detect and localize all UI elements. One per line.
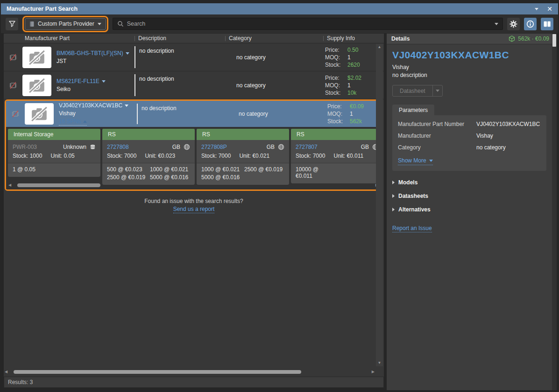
table-row[interactable]: MS621FE-FL11E Seiko no description no ca…: [4, 71, 384, 99]
results-horizontal-scrollbar[interactable]: ◀ ▶: [5, 369, 375, 375]
search-input[interactable]: [127, 21, 491, 27]
tab-parameters[interactable]: Parameters: [392, 105, 434, 115]
panels-toggle-button[interactable]: [541, 18, 553, 30]
results-scrollbar-thumb[interactable]: [14, 370, 301, 374]
selected-result-highlight-box: VJ0402Y103KXACW1BC Vishay 16 SPNs no des…: [5, 99, 383, 191]
scroll-up-icon[interactable]: ▲: [378, 45, 382, 49]
search-history-caret-icon[interactable]: [495, 23, 498, 25]
section-label: Models: [398, 179, 417, 186]
table-row[interactable]: BM06B-GHS-TBT(LF)(SN) JST no description…: [4, 43, 384, 71]
details-scrollbar-thumb[interactable]: [552, 34, 556, 47]
info-toggle-button[interactable]: [524, 18, 537, 30]
search-field: [113, 18, 503, 30]
category-cell: no category: [227, 101, 325, 127]
table-row[interactable]: VJ0402Y103KXACW1BC Vishay 16 SPNs no des…: [6, 101, 382, 127]
manufacturer-part-cell: VJ0402Y103KXACW1BC Vishay 16 SPNs: [25, 101, 137, 127]
supply-info-cell: Price: €0.09 MOQ: 1 Stock: 562k: [325, 101, 382, 127]
price-value: $2.02: [347, 75, 361, 81]
region-label: Unknown: [63, 144, 86, 150]
panel-menu-caret-icon[interactable]: [535, 8, 538, 10]
region-label: GB: [361, 144, 369, 150]
spn-card[interactable]: Internal Storage PWR-003 Unknown Stock: …: [8, 129, 100, 177]
supplier-name: RS: [102, 129, 195, 140]
search-feedback: Found an issue with the search results? …: [4, 197, 384, 213]
part-number-link[interactable]: MS621FE-FL11E: [57, 78, 106, 84]
results-region: Manufacturer Part Description Category S…: [4, 34, 384, 388]
moq-value: 1: [350, 111, 364, 117]
datasheet-caret-icon[interactable]: [432, 85, 442, 96]
datasheet-button[interactable]: Datasheet: [392, 85, 443, 97]
supplier-part-number-link[interactable]: 2727808: [107, 144, 129, 150]
section-label: Alternatives: [398, 206, 431, 213]
parts-provider-dropdown[interactable]: Custom Parts Provider: [25, 18, 106, 30]
spn-scrollbar-thumb[interactable]: [17, 183, 100, 187]
price-break: 5000 @ €0.016: [201, 174, 241, 181]
send-report-link[interactable]: Send us a report: [173, 206, 215, 213]
price-break: 1000 @ €0.021: [150, 166, 190, 173]
price-break: 2500 @ €0.019: [244, 166, 284, 173]
parameter-value: no category: [476, 144, 541, 151]
globe-icon: [184, 144, 190, 150]
section-models[interactable]: Models: [392, 179, 546, 186]
part-number-link[interactable]: VJ0402Y103KXACW1BC: [59, 102, 128, 109]
spn-cards-scrollbar[interactable]: ◀ ▶: [8, 182, 378, 188]
settings-button[interactable]: [507, 18, 520, 30]
price-label: Price:: [325, 75, 344, 81]
part-caret-icon: [125, 105, 128, 107]
part-number-link[interactable]: BM06B-GHS-TBT(LF)(SN): [57, 50, 129, 56]
close-icon[interactable]: ✕: [547, 6, 552, 12]
part-caret-icon: [126, 52, 129, 55]
price-label: Price:: [325, 47, 344, 53]
spn-card[interactable]: RS 2727807 GB Stock: 7000 Unit: €0.011 1…: [291, 129, 382, 183]
supplier-part-number-link[interactable]: 2727807: [296, 144, 318, 150]
stock-value: 10k: [347, 90, 361, 96]
section-datasheets[interactable]: Datasheets: [392, 193, 546, 199]
part-image-placeholder: [22, 75, 51, 96]
column-header-manufacturer-part[interactable]: Manufacturer Part: [22, 34, 134, 43]
column-header-category[interactable]: Category: [225, 34, 323, 43]
column-header-icon: [4, 34, 22, 43]
spn-card[interactable]: RS 2727808P GB Stock: 7000 Unit: €0.021 …: [197, 129, 289, 185]
results-rows: BM06B-GHS-TBT(LF)(SN) JST no description…: [4, 43, 384, 99]
section-alternatives[interactable]: Alternatives: [392, 206, 546, 213]
results-vertical-scrollbar[interactable]: ▲ ▼: [376, 44, 383, 366]
spns-toggle-link[interactable]: 16 SPNs: [59, 118, 87, 126]
datasheet-button-label: Datasheet: [393, 88, 432, 94]
column-header-supply-info[interactable]: Supply Info: [323, 34, 384, 43]
panel-title: Manufacturer Part Search: [7, 6, 78, 12]
details-manufacturer: Vishay: [392, 64, 546, 70]
supplier-part-number-link[interactable]: 2727808P: [201, 144, 227, 150]
price-break: 1 @ 0.05: [13, 166, 53, 173]
part-image-placeholder: [25, 103, 54, 125]
report-an-issue-link[interactable]: Report an Issue: [392, 225, 432, 232]
region-label: GB: [172, 144, 180, 150]
no-photo-camera-icon: [28, 49, 46, 65]
expand-caret-icon: [392, 181, 395, 184]
price-value: 0.50: [347, 47, 360, 53]
no-symbol-chip-icon: [8, 80, 18, 91]
provider-book-icon: [29, 21, 35, 27]
price-break: 500 @ €0.023: [107, 166, 147, 173]
part-caret-icon: [102, 80, 106, 83]
scroll-left-icon[interactable]: ◀: [5, 370, 7, 374]
scroll-down-icon[interactable]: ▼: [378, 361, 382, 365]
spn-card[interactable]: RS 2727808 GB Stock: 7000 Unit: €0.023 5…: [102, 129, 195, 185]
supplier-part-number-link[interactable]: PWR-003: [13, 144, 37, 150]
details-part-number: VJ0402Y103KXACW1BC: [392, 49, 546, 61]
show-more-link[interactable]: Show More: [398, 157, 433, 165]
filter-button[interactable]: [6, 18, 18, 30]
supplier-stock: Stock: 1000: [13, 153, 42, 159]
no-symbol-chip-icon: [8, 52, 18, 63]
search-icon: [117, 21, 124, 27]
provider-highlight-box: Custom Parts Provider: [22, 16, 108, 32]
details-scrollbar[interactable]: [552, 34, 557, 390]
expand-caret-icon: [392, 194, 395, 198]
scroll-right-icon[interactable]: ▶: [372, 370, 375, 374]
scroll-left-icon[interactable]: ◀: [8, 183, 11, 187]
column-header-description[interactable]: Description: [134, 34, 225, 43]
stock-value: 562k: [350, 118, 364, 125]
supplier-unit-price: Unit: €0.023: [145, 153, 175, 159]
price-break: 5000 @ €0.016: [150, 174, 190, 181]
description-cell: no description: [134, 71, 225, 99]
stock-label: Stock:: [325, 62, 344, 68]
